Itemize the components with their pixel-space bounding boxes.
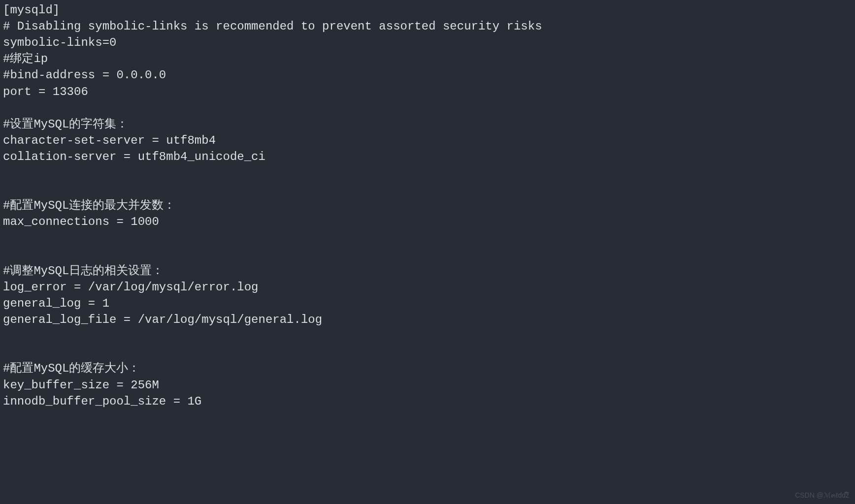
config-file-content: [mysqld] # Disabling symbolic-links is r… (3, 2, 852, 410)
watermark-text: CSDN @ℳ๓ℓddz໌໋ (795, 491, 849, 500)
